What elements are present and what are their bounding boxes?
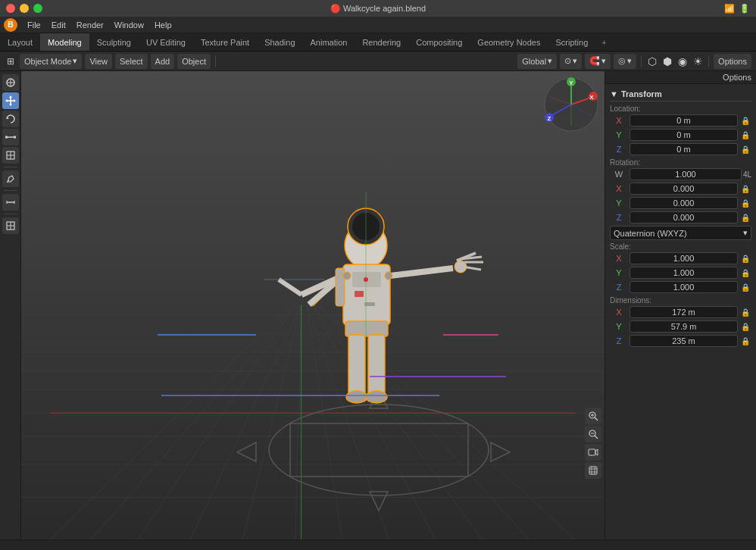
- add-workspace-button[interactable]: +: [595, 35, 612, 50]
- svg-text:B: B: [8, 20, 14, 29]
- add-object-button[interactable]: [2, 217, 19, 234]
- tab-compositing[interactable]: Compositing: [408, 33, 470, 51]
- camera-view-button[interactable]: [585, 444, 601, 461]
- rotate-tool-button[interactable]: [2, 111, 19, 127]
- scale-z-value[interactable]: 1.000: [629, 281, 738, 293]
- location-y-value[interactable]: 0 m: [629, 129, 738, 141]
- scale-y-label: Y: [610, 268, 628, 277]
- rotation-y-lock[interactable]: 🔒: [739, 197, 751, 209]
- rotation-z-lock[interactable]: 🔒: [739, 211, 751, 223]
- svg-line-106: [595, 417, 598, 420]
- scale-y-lock[interactable]: 🔒: [739, 267, 751, 279]
- zoom-in-button[interactable]: [585, 408, 601, 424]
- tab-modeling[interactable]: Modeling: [40, 33, 89, 51]
- tab-uv-editing[interactable]: UV Editing: [139, 33, 193, 51]
- menu-help[interactable]: Help: [150, 19, 177, 31]
- object-mode-dropdown[interactable]: Object Mode ▾: [20, 54, 82, 69]
- view-menu[interactable]: View: [85, 54, 112, 69]
- maximize-button[interactable]: [33, 4, 42, 13]
- svg-text:Z: Z: [548, 115, 551, 122]
- proportional-editing[interactable]: ◎ ▾: [614, 54, 636, 69]
- close-button[interactable]: [6, 4, 15, 13]
- dimensions-x-value[interactable]: 172 m: [629, 306, 738, 318]
- rotation-y-value[interactable]: 0.000: [629, 197, 738, 209]
- left-tool-separator-3: [4, 214, 17, 214]
- add-menu[interactable]: Add: [151, 54, 175, 69]
- scale-tool-button[interactable]: [2, 129, 19, 145]
- viewport-editor-type-icon[interactable]: ⊞: [5, 55, 17, 67]
- snapping-toggle[interactable]: 🧲 ▾: [585, 54, 611, 69]
- dimensions-z-lock[interactable]: 🔒: [739, 335, 751, 347]
- tab-scripting[interactable]: Scripting: [548, 33, 595, 51]
- svg-marker-113: [595, 449, 598, 455]
- annotate-tool-button[interactable]: [2, 170, 19, 187]
- location-y-row: Y 0 m 🔒: [610, 129, 751, 141]
- solid-shading-icon[interactable]: ⬢: [661, 55, 673, 67]
- wifi-icon: 📶: [724, 4, 735, 14]
- tab-shading[interactable]: Shading: [257, 33, 302, 51]
- location-x-lock[interactable]: 🔒: [739, 114, 751, 127]
- zoom-out-button[interactable]: [585, 426, 601, 442]
- tab-animation[interactable]: Animation: [303, 33, 355, 51]
- measure-tool-button[interactable]: [2, 194, 19, 211]
- tab-rendering[interactable]: Rendering: [355, 33, 408, 51]
- dimensions-z-value[interactable]: 235 m: [629, 335, 738, 347]
- pivot-point-dropdown[interactable]: ⊙ ▾: [560, 54, 582, 69]
- scale-x-label: X: [610, 254, 628, 263]
- rotation-z-value[interactable]: 0.000: [629, 211, 738, 223]
- svg-rect-62: [348, 335, 365, 395]
- tab-layout[interactable]: Layout: [0, 33, 40, 51]
- svg-rect-63: [368, 335, 385, 395]
- traffic-lights[interactable]: [6, 4, 42, 13]
- scale-z-lock[interactable]: 🔒: [739, 281, 751, 293]
- object-menu[interactable]: Object: [177, 54, 211, 69]
- rotation-w-value[interactable]: 1.000: [629, 168, 742, 180]
- scale-x-lock[interactable]: 🔒: [739, 252, 751, 264]
- location-z-value[interactable]: 0 m: [629, 143, 738, 155]
- tab-sculpting[interactable]: Sculpting: [89, 33, 139, 51]
- svg-rect-78: [355, 291, 364, 297]
- cursor-tool-button[interactable]: [2, 74, 19, 91]
- rotation-y-row: Y 0.000 🔒: [610, 197, 751, 209]
- location-y-lock[interactable]: 🔒: [739, 129, 751, 141]
- wireframe-shading-icon[interactable]: ⬡: [646, 55, 658, 67]
- scale-x-value[interactable]: 1.000: [629, 252, 738, 264]
- minimize-button[interactable]: [20, 4, 29, 13]
- rotation-x-value[interactable]: 0.000: [629, 183, 738, 195]
- location-z-lock[interactable]: 🔒: [739, 143, 751, 155]
- viewport-3d[interactable]: User Perspective (0) Scene Collection | …: [21, 71, 604, 539]
- menu-render[interactable]: Render: [72, 19, 108, 31]
- svg-rect-13: [5, 136, 8, 139]
- svg-rect-26: [21, 282, 604, 539]
- tab-geometry-nodes[interactable]: Geometry Nodes: [470, 33, 548, 51]
- menu-file[interactable]: File: [23, 19, 45, 31]
- menu-window[interactable]: Window: [110, 19, 148, 31]
- rotation-mode-dropdown[interactable]: Quaternion (WXYZ) ▾: [610, 226, 751, 240]
- title-bar: 🔴 Walkcycle again.blend 📶 🔋: [0, 0, 756, 17]
- move-tool-button[interactable]: [2, 92, 19, 109]
- rendered-shading-icon[interactable]: ☀: [692, 55, 704, 67]
- svg-point-80: [343, 272, 351, 280]
- svg-marker-8: [9, 104, 12, 106]
- tab-texture-paint[interactable]: Texture Paint: [193, 33, 257, 51]
- dimensions-label: Dimensions:: [610, 296, 751, 305]
- viewport-gizmo[interactable]: X Y Z: [541, 74, 601, 135]
- transform-tool-button[interactable]: [2, 147, 19, 164]
- dimensions-y-value[interactable]: 57.9 m: [629, 320, 738, 333]
- scale-y-value[interactable]: 1.000: [629, 267, 738, 279]
- material-shading-icon[interactable]: ◉: [676, 55, 689, 67]
- toolbar-separator-3: [708, 55, 709, 67]
- menu-edit[interactable]: Edit: [47, 19, 70, 31]
- svg-point-64: [346, 391, 367, 403]
- right-panel: Options ▼ Transform Location: X 0 m 🔒 Y …: [604, 71, 756, 539]
- select-menu[interactable]: Select: [115, 54, 148, 69]
- dimensions-x-lock[interactable]: 🔒: [739, 306, 751, 318]
- dimensions-y-lock[interactable]: 🔒: [739, 320, 751, 333]
- render-view-button[interactable]: [585, 462, 601, 479]
- rotation-x-lock[interactable]: 🔒: [739, 183, 751, 195]
- main-area: User Perspective (0) Scene Collection | …: [0, 71, 756, 539]
- transform-section: ▼ Transform Location: X 0 m 🔒 Y 0 m 🔒 Z …: [605, 84, 756, 352]
- location-x-value[interactable]: 0 m: [629, 114, 738, 127]
- transform-orientation-dropdown[interactable]: Global ▾: [517, 54, 557, 69]
- viewport-options[interactable]: Options: [714, 54, 751, 69]
